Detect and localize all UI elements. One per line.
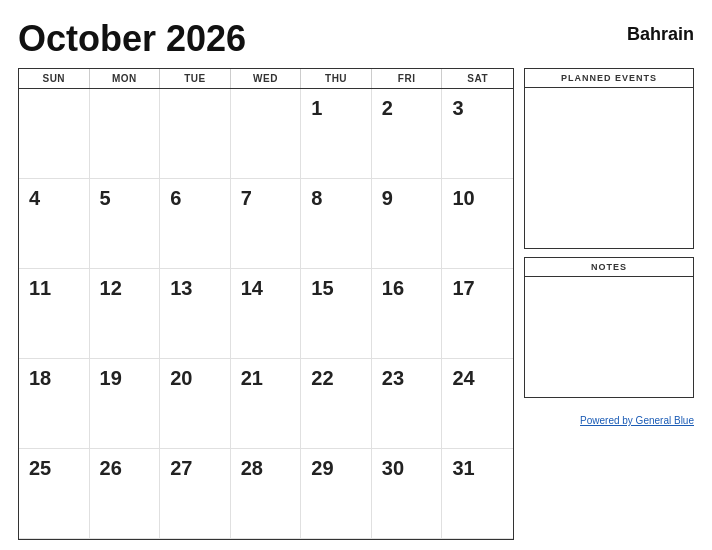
powered-by: Powered by General Blue — [524, 410, 694, 428]
calendar-cell: 23 — [372, 359, 443, 449]
calendar-cell — [231, 89, 302, 179]
day-header: WED — [231, 69, 302, 88]
day-headers: SUNMONTUEWEDTHUFRISAT — [19, 69, 513, 89]
calendar-cell: 20 — [160, 359, 231, 449]
day-header: TUE — [160, 69, 231, 88]
day-header: MON — [90, 69, 161, 88]
calendar-cell: 19 — [90, 359, 161, 449]
calendar-cell: 28 — [231, 449, 302, 539]
calendar-grid: 1234567891011121314151617181920212223242… — [19, 89, 513, 539]
planned-events-box: PLANNED EVENTS — [524, 68, 694, 249]
sidebar: PLANNED EVENTS NOTES Powered by General … — [524, 68, 694, 540]
calendar-cell: 17 — [442, 269, 513, 359]
calendar-cell: 25 — [19, 449, 90, 539]
calendar-cell: 5 — [90, 179, 161, 269]
calendar-cell: 14 — [231, 269, 302, 359]
calendar-cell: 1 — [301, 89, 372, 179]
day-header: SUN — [19, 69, 90, 88]
planned-events-title: PLANNED EVENTS — [525, 69, 693, 88]
calendar-section: SUNMONTUEWEDTHUFRISAT 123456789101112131… — [18, 68, 514, 540]
calendar-cell: 18 — [19, 359, 90, 449]
header: October 2026 Bahrain — [18, 18, 694, 60]
calendar-cell: 9 — [372, 179, 443, 269]
powered-by-link[interactable]: Powered by General Blue — [580, 415, 694, 426]
calendar-cell: 30 — [372, 449, 443, 539]
calendar-cell: 13 — [160, 269, 231, 359]
calendar-cell: 10 — [442, 179, 513, 269]
day-header: SAT — [442, 69, 513, 88]
calendar-cell: 29 — [301, 449, 372, 539]
calendar-cell: 31 — [442, 449, 513, 539]
calendar-cell: 24 — [442, 359, 513, 449]
calendar-cell: 26 — [90, 449, 161, 539]
calendar-cell: 27 — [160, 449, 231, 539]
calendar-cell: 15 — [301, 269, 372, 359]
main-content: SUNMONTUEWEDTHUFRISAT 123456789101112131… — [18, 68, 694, 540]
country-name: Bahrain — [627, 24, 694, 45]
notes-content — [525, 277, 693, 397]
calendar-cell: 11 — [19, 269, 90, 359]
calendar-cell — [160, 89, 231, 179]
calendar-cell: 3 — [442, 89, 513, 179]
calendar-cell: 12 — [90, 269, 161, 359]
notes-title: NOTES — [525, 258, 693, 277]
calendar-cell: 16 — [372, 269, 443, 359]
day-header: THU — [301, 69, 372, 88]
calendar-cell: 22 — [301, 359, 372, 449]
page: October 2026 Bahrain SUNMONTUEWEDTHUFRIS… — [0, 0, 712, 550]
calendar-cell: 6 — [160, 179, 231, 269]
calendar-cell — [90, 89, 161, 179]
calendar-cell — [19, 89, 90, 179]
calendar-cell: 8 — [301, 179, 372, 269]
calendar-cell: 21 — [231, 359, 302, 449]
month-title: October 2026 — [18, 18, 246, 60]
calendar-cell: 2 — [372, 89, 443, 179]
day-header: FRI — [372, 69, 443, 88]
planned-events-content — [525, 88, 693, 248]
calendar-cell: 4 — [19, 179, 90, 269]
notes-box: NOTES — [524, 257, 694, 398]
calendar-cell: 7 — [231, 179, 302, 269]
